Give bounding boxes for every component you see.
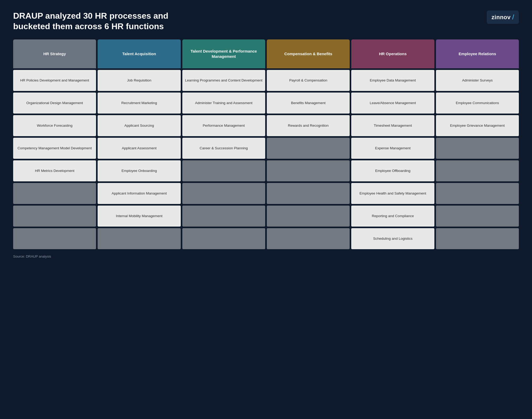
cell-talent-acq-6: Internal Mobility Management <box>98 206 180 227</box>
cell-hr-ops-1: Leave/Absence Management <box>351 93 434 114</box>
logo: zinnov / <box>487 11 519 24</box>
cell-hr-strategy-0: HR Policies Development and Management <box>13 70 96 91</box>
cell-talent-acq-2: Applicant Sourcing <box>98 115 180 136</box>
cell-comp-ben-1: Benefits Management <box>267 93 350 114</box>
col-header-hr-ops: HR Operations <box>351 39 434 68</box>
cell-empty-talent-acq-7 <box>98 228 180 249</box>
cell-hr-ops-0: Employee Data Management <box>351 70 434 91</box>
cell-comp-ben-0: Payroll & Compensation <box>267 70 350 91</box>
column-talent-acq: Talent AcquisitionJob RequisitionRecruit… <box>98 39 180 249</box>
cell-hr-strategy-1: Organizational Design Management <box>13 93 96 114</box>
cell-empty-comp-ben-5 <box>267 183 350 204</box>
cell-hr-strategy-3: Competency Management Model Development <box>13 138 96 159</box>
cell-empty-hr-strategy-5 <box>13 183 96 204</box>
cell-talent-dev-3: Career & Succession Planning <box>182 138 265 159</box>
cell-comp-ben-2: Rewards and Recognition <box>267 115 350 136</box>
col-header-talent-dev: Talent Development & Performance Managem… <box>182 39 265 68</box>
column-comp-ben: Compensation & BenefitsPayroll & Compens… <box>267 39 350 249</box>
cell-empty-hr-strategy-6 <box>13 206 96 227</box>
cell-empty-talent-dev-6 <box>182 206 265 227</box>
cell-empty-comp-ben-6 <box>267 206 350 227</box>
cell-talent-acq-5: Applicant Information Management <box>98 183 180 204</box>
page-title: DRAUP analyzed 30 HR processes and bucke… <box>13 11 197 32</box>
cell-talent-dev-2: Performance Management <box>182 115 265 136</box>
col-header-emp-rel: Employee Relations <box>436 39 519 68</box>
header-area: DRAUP analyzed 30 HR processes and bucke… <box>13 11 519 32</box>
cell-empty-emp-rel-6 <box>436 206 519 227</box>
col-header-comp-ben: Compensation & Benefits <box>267 39 350 68</box>
column-hr-strategy: HR StrategyHR Policies Development and M… <box>13 39 96 249</box>
cell-emp-rel-1: Employee Communications <box>436 93 519 114</box>
source-citation: Source: DRAUP analysis <box>13 254 519 258</box>
cell-emp-rel-2: Employee Grievance Management <box>436 115 519 136</box>
col-header-talent-acq: Talent Acquisition <box>98 39 180 68</box>
cell-empty-talent-dev-5 <box>182 183 265 204</box>
cell-hr-strategy-2: Workforce Forecasting <box>13 115 96 136</box>
column-emp-rel: Employee RelationsAdminister SurveysEmpl… <box>436 39 519 249</box>
col-header-hr-strategy: HR Strategy <box>13 39 96 68</box>
cell-empty-comp-ben-7 <box>267 228 350 249</box>
cell-talent-acq-4: Employee Onboarding <box>98 160 180 181</box>
cell-talent-acq-3: Applicant Assessment <box>98 138 180 159</box>
cell-empty-emp-rel-4 <box>436 160 519 181</box>
cell-emp-rel-0: Administer Surveys <box>436 70 519 91</box>
cell-empty-comp-ben-4 <box>267 160 350 181</box>
cell-empty-emp-rel-3 <box>436 138 519 159</box>
column-talent-dev: Talent Development & Performance Managem… <box>182 39 265 249</box>
cell-hr-strategy-4: HR Metrics Development <box>13 160 96 181</box>
cell-empty-talent-dev-4 <box>182 160 265 181</box>
cell-hr-ops-3: Expense Management <box>351 138 434 159</box>
column-hr-ops: HR OperationsEmployee Data ManagementLea… <box>351 39 434 249</box>
logo-slash: / <box>512 13 514 21</box>
cell-empty-emp-rel-5 <box>436 183 519 204</box>
cell-empty-emp-rel-7 <box>436 228 519 249</box>
cell-empty-hr-strategy-7 <box>13 228 96 249</box>
cell-hr-ops-4: Employee Offboarding <box>351 160 434 181</box>
cell-talent-dev-1: Administer Training and Assessment <box>182 93 265 114</box>
cell-hr-ops-7: Scheduling and Logistics <box>351 228 434 249</box>
main-grid: HR StrategyHR Policies Development and M… <box>13 39 519 249</box>
cell-hr-ops-2: Timesheet Management <box>351 115 434 136</box>
cell-hr-ops-5: Employee Health and Safety Management <box>351 183 434 204</box>
cell-talent-acq-0: Job Requisition <box>98 70 180 91</box>
logo-text: zinnov <box>491 14 511 21</box>
cell-empty-comp-ben-3 <box>267 138 350 159</box>
cell-empty-talent-dev-7 <box>182 228 265 249</box>
cell-talent-dev-0: Learning Programmes and Content Developm… <box>182 70 265 91</box>
cell-hr-ops-6: Reporting and Compliance <box>351 206 434 227</box>
cell-talent-acq-1: Recruitment Marketing <box>98 93 180 114</box>
